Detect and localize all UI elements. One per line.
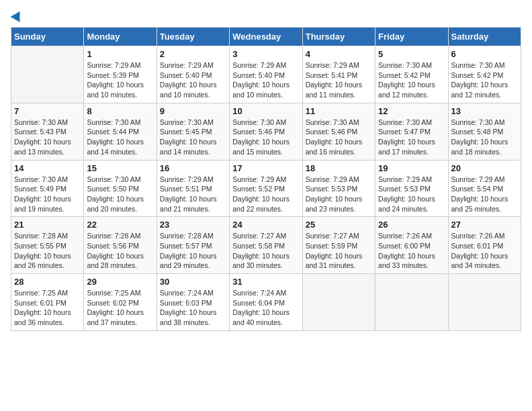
calendar-cell [11, 46, 84, 103]
day-info: Sunrise: 7:30 AMSunset: 5:47 PMDaylight:… [378, 118, 445, 157]
calendar-cell: 19Sunrise: 7:29 AMSunset: 5:53 PMDayligh… [375, 160, 448, 217]
day-number: 16 [160, 163, 226, 173]
day-number: 23 [160, 220, 226, 230]
day-info: Sunrise: 7:30 AMSunset: 5:45 PMDaylight:… [160, 118, 226, 157]
day-info: Sunrise: 7:30 AMSunset: 5:43 PMDaylight:… [14, 118, 81, 157]
calendar-cell: 1Sunrise: 7:29 AMSunset: 5:39 PMDaylight… [84, 46, 157, 103]
logo [11, 11, 23, 20]
weekday-header: Wednesday [230, 28, 302, 46]
calendar-cell [302, 274, 375, 331]
calendar-cell: 16Sunrise: 7:29 AMSunset: 5:51 PMDayligh… [157, 160, 229, 217]
day-number: 20 [451, 163, 518, 173]
day-info: Sunrise: 7:28 AMSunset: 5:56 PMDaylight:… [87, 231, 153, 271]
day-info: Sunrise: 7:30 AMSunset: 5:46 PMDaylight:… [232, 118, 299, 157]
day-number: 9 [160, 106, 226, 116]
calendar-cell [375, 274, 448, 331]
day-number: 31 [232, 277, 299, 287]
day-info: Sunrise: 7:30 AMSunset: 5:42 PMDaylight:… [451, 60, 518, 100]
logo-bird-icon [11, 9, 25, 22]
day-info: Sunrise: 7:27 AMSunset: 5:59 PMDaylight:… [306, 231, 372, 271]
day-info: Sunrise: 7:29 AMSunset: 5:53 PMDaylight:… [306, 175, 372, 214]
day-info: Sunrise: 7:24 AMSunset: 6:04 PMDaylight:… [232, 288, 299, 328]
calendar-cell: 12Sunrise: 7:30 AMSunset: 5:47 PMDayligh… [375, 103, 448, 160]
day-number: 18 [306, 163, 372, 173]
day-info: Sunrise: 7:25 AMSunset: 6:02 PMDaylight:… [87, 288, 153, 328]
day-number: 21 [14, 220, 81, 230]
calendar-cell: 29Sunrise: 7:25 AMSunset: 6:02 PMDayligh… [84, 274, 157, 331]
day-number: 25 [306, 220, 372, 230]
day-number: 24 [232, 220, 299, 230]
calendar-week-row: 21Sunrise: 7:28 AMSunset: 5:55 PMDayligh… [11, 217, 521, 274]
day-number: 13 [451, 106, 518, 116]
day-info: Sunrise: 7:29 AMSunset: 5:52 PMDaylight:… [232, 175, 299, 214]
day-number: 6 [451, 49, 518, 59]
day-info: Sunrise: 7:26 AMSunset: 6:01 PMDaylight:… [451, 231, 518, 271]
day-number: 10 [232, 106, 299, 116]
calendar-cell: 20Sunrise: 7:29 AMSunset: 5:54 PMDayligh… [448, 160, 521, 217]
calendar-week-row: 1Sunrise: 7:29 AMSunset: 5:39 PMDaylight… [11, 46, 521, 103]
day-info: Sunrise: 7:28 AMSunset: 5:57 PMDaylight:… [160, 231, 226, 271]
day-info: Sunrise: 7:30 AMSunset: 5:50 PMDaylight:… [87, 175, 153, 214]
day-info: Sunrise: 7:29 AMSunset: 5:40 PMDaylight:… [232, 60, 299, 100]
calendar-cell: 11Sunrise: 7:30 AMSunset: 5:46 PMDayligh… [302, 103, 375, 160]
weekday-header: Thursday [302, 28, 375, 46]
day-number: 5 [378, 49, 445, 59]
calendar-cell: 3Sunrise: 7:29 AMSunset: 5:40 PMDaylight… [230, 46, 302, 103]
calendar-cell: 10Sunrise: 7:30 AMSunset: 5:46 PMDayligh… [230, 103, 302, 160]
day-number: 27 [451, 220, 518, 230]
calendar-week-row: 14Sunrise: 7:30 AMSunset: 5:49 PMDayligh… [11, 160, 521, 217]
weekday-header: Friday [375, 28, 448, 46]
day-info: Sunrise: 7:30 AMSunset: 5:46 PMDaylight:… [306, 118, 372, 157]
day-info: Sunrise: 7:28 AMSunset: 5:55 PMDaylight:… [14, 231, 81, 271]
day-info: Sunrise: 7:30 AMSunset: 5:44 PMDaylight:… [87, 118, 153, 157]
day-number: 29 [87, 277, 153, 287]
day-number: 19 [378, 163, 445, 173]
day-info: Sunrise: 7:27 AMSunset: 5:58 PMDaylight:… [232, 231, 299, 271]
calendar-cell [448, 274, 521, 331]
day-info: Sunrise: 7:29 AMSunset: 5:53 PMDaylight:… [378, 175, 445, 214]
calendar-cell: 5Sunrise: 7:30 AMSunset: 5:42 PMDaylight… [375, 46, 448, 103]
day-number: 2 [160, 49, 226, 59]
day-info: Sunrise: 7:30 AMSunset: 5:42 PMDaylight:… [378, 60, 445, 100]
calendar-cell: 8Sunrise: 7:30 AMSunset: 5:44 PMDaylight… [84, 103, 157, 160]
calendar-cell: 17Sunrise: 7:29 AMSunset: 5:52 PMDayligh… [230, 160, 302, 217]
day-number: 7 [14, 106, 81, 116]
calendar-cell: 9Sunrise: 7:30 AMSunset: 5:45 PMDaylight… [157, 103, 229, 160]
calendar-cell: 14Sunrise: 7:30 AMSunset: 5:49 PMDayligh… [11, 160, 84, 217]
day-info: Sunrise: 7:30 AMSunset: 5:48 PMDaylight:… [451, 118, 518, 157]
weekday-header: Saturday [448, 28, 521, 46]
day-info: Sunrise: 7:29 AMSunset: 5:51 PMDaylight:… [160, 175, 226, 214]
calendar-cell: 25Sunrise: 7:27 AMSunset: 5:59 PMDayligh… [302, 217, 375, 274]
calendar-cell: 22Sunrise: 7:28 AMSunset: 5:56 PMDayligh… [84, 217, 157, 274]
day-info: Sunrise: 7:29 AMSunset: 5:54 PMDaylight:… [451, 175, 518, 214]
calendar-table: SundayMondayTuesdayWednesdayThursdayFrid… [11, 27, 521, 331]
day-info: Sunrise: 7:29 AMSunset: 5:39 PMDaylight:… [87, 60, 153, 100]
day-number: 1 [87, 49, 153, 59]
weekday-header: Sunday [11, 28, 84, 46]
day-number: 8 [87, 106, 153, 116]
day-number: 30 [160, 277, 226, 287]
weekday-header: Monday [84, 28, 157, 46]
day-number: 17 [232, 163, 299, 173]
day-info: Sunrise: 7:29 AMSunset: 5:40 PMDaylight:… [160, 60, 226, 100]
calendar-cell: 4Sunrise: 7:29 AMSunset: 5:41 PMDaylight… [302, 46, 375, 103]
calendar-cell: 24Sunrise: 7:27 AMSunset: 5:58 PMDayligh… [230, 217, 302, 274]
day-info: Sunrise: 7:29 AMSunset: 5:41 PMDaylight:… [306, 60, 372, 100]
day-number: 4 [306, 49, 372, 59]
calendar-cell: 2Sunrise: 7:29 AMSunset: 5:40 PMDaylight… [157, 46, 229, 103]
calendar-cell: 31Sunrise: 7:24 AMSunset: 6:04 PMDayligh… [230, 274, 302, 331]
day-number: 22 [87, 220, 153, 230]
day-number: 26 [378, 220, 445, 230]
page-header [11, 11, 521, 20]
calendar-cell: 7Sunrise: 7:30 AMSunset: 5:43 PMDaylight… [11, 103, 84, 160]
calendar-week-row: 28Sunrise: 7:25 AMSunset: 6:01 PMDayligh… [11, 274, 521, 331]
day-info: Sunrise: 7:24 AMSunset: 6:03 PMDaylight:… [160, 288, 226, 328]
calendar-cell: 28Sunrise: 7:25 AMSunset: 6:01 PMDayligh… [11, 274, 84, 331]
calendar-cell: 13Sunrise: 7:30 AMSunset: 5:48 PMDayligh… [448, 103, 521, 160]
day-number: 11 [306, 106, 372, 116]
day-number: 12 [378, 106, 445, 116]
calendar-week-row: 7Sunrise: 7:30 AMSunset: 5:43 PMDaylight… [11, 103, 521, 160]
calendar-header-row: SundayMondayTuesdayWednesdayThursdayFrid… [11, 28, 521, 46]
calendar-cell: 30Sunrise: 7:24 AMSunset: 6:03 PMDayligh… [157, 274, 229, 331]
day-number: 3 [232, 49, 299, 59]
